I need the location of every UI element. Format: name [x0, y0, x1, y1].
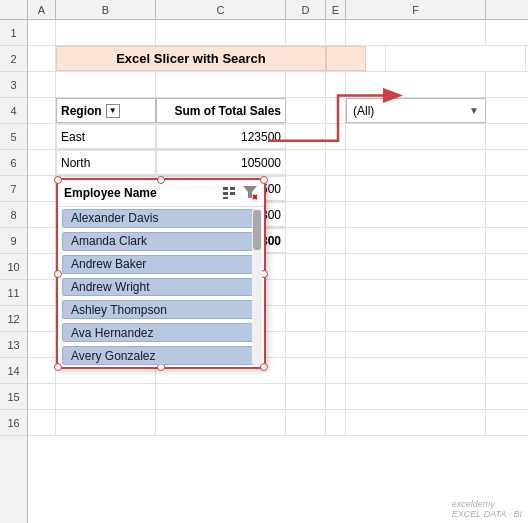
row-num-13: 13	[0, 332, 27, 358]
col-header-f: F	[346, 0, 486, 19]
cell-d3	[286, 72, 326, 97]
cell-a3	[28, 72, 56, 97]
row-num-16: 16	[0, 410, 27, 436]
cell-e3	[326, 72, 346, 97]
cell-d2	[326, 46, 366, 71]
slicer-item-6[interactable]: Avery Gonzalez	[62, 346, 260, 365]
cell-f3	[346, 72, 486, 97]
slicer-item-0[interactable]: Alexander Davis	[62, 209, 260, 228]
clear-filter-icon[interactable]	[242, 185, 258, 201]
row-15	[28, 384, 528, 410]
svg-rect-3	[230, 192, 235, 195]
dropdown-arrow-icon: ▼	[469, 105, 479, 116]
cell-d1	[286, 20, 326, 45]
slicer-scrollbar-thumb[interactable]	[253, 210, 261, 250]
svg-rect-1	[230, 187, 235, 190]
region-header: Region ▼	[56, 98, 156, 123]
cell-a1	[28, 20, 56, 45]
row-num-8: 8	[0, 202, 27, 228]
slicer-item-3[interactable]: Andrew Wright	[62, 278, 260, 297]
watermark: exceldemyEXCEL DATA · BI	[452, 499, 522, 519]
slicer-item-2[interactable]: Andrew Baker	[62, 255, 260, 274]
spreadsheet-title: Excel Slicer with Search	[116, 51, 266, 66]
resize-handle-tm[interactable]	[157, 176, 165, 184]
column-headers: A B C D E F	[0, 0, 528, 20]
row-num-5: 5	[0, 124, 27, 150]
cell-c1	[156, 20, 286, 45]
row-num-6: 6	[0, 150, 27, 176]
region-north: North	[56, 150, 156, 175]
region-east: East	[56, 124, 156, 149]
slicer-header: Employee Name	[58, 180, 264, 207]
slicer-item-1[interactable]: Amanda Clark	[62, 232, 260, 251]
sales-north: 105000	[156, 150, 286, 175]
cell-d4	[286, 98, 326, 123]
corner-cell	[0, 0, 28, 19]
slicer-item-4[interactable]: Ashley Thompson	[62, 300, 260, 319]
row-5: East 123500	[28, 124, 528, 150]
row-1	[28, 20, 528, 46]
slicer-scrollbar[interactable]	[252, 209, 262, 365]
slicer-header-icons	[222, 185, 258, 201]
row-num-14: 14	[0, 358, 27, 384]
cell-f1	[346, 20, 486, 45]
row-num-7: 7	[0, 176, 27, 202]
row-num-10: 10	[0, 254, 27, 280]
row-num-15: 15	[0, 384, 27, 410]
resize-handle-tl[interactable]	[54, 176, 62, 184]
row-num-1: 1	[0, 20, 27, 46]
svg-rect-2	[223, 192, 228, 195]
row-num-12: 12	[0, 306, 27, 332]
row-numbers: 1 2 3 4 5 6 7 8 9 10 11 12 13 14 15 16	[0, 20, 28, 523]
row-3	[28, 72, 528, 98]
all-dropdown[interactable]: (All) ▼	[346, 98, 486, 123]
col-header-e: E	[326, 0, 346, 19]
row-16	[28, 410, 528, 436]
cell-b3	[56, 72, 156, 97]
cell-a5	[28, 124, 56, 149]
sales-label: Sum of Total Sales	[175, 104, 281, 118]
cell-b1	[56, 20, 156, 45]
col-header-a: A	[28, 0, 56, 19]
cell-e2	[366, 46, 386, 71]
cell-c3	[156, 72, 286, 97]
multiselect-icon[interactable]	[222, 185, 238, 201]
region-label: Region	[61, 104, 102, 118]
slicer-item-5[interactable]: Ava Hernandez	[62, 323, 260, 342]
slicer-title: Employee Name	[64, 186, 157, 200]
col-header-c: C	[156, 0, 286, 19]
sales-header: Sum of Total Sales	[156, 98, 286, 123]
svg-rect-4	[223, 197, 228, 199]
col-header-b: B	[56, 0, 156, 19]
row-num-9: 9	[0, 228, 27, 254]
cell-a2	[28, 46, 56, 71]
row-num-2: 2	[0, 46, 27, 72]
slicer-list: Alexander Davis Amanda Clark Andrew Bake…	[58, 207, 264, 367]
cell-e4	[326, 98, 346, 123]
svg-rect-0	[223, 187, 228, 190]
slicer-panel: Employee Name	[56, 178, 266, 369]
row-num-3: 3	[0, 72, 27, 98]
col-header-d: D	[286, 0, 326, 19]
grid-content: Excel Slicer with Search	[28, 20, 528, 523]
dropdown-label: (All)	[353, 104, 374, 118]
cell-e1	[326, 20, 346, 45]
title-cell: Excel Slicer with Search	[56, 46, 326, 71]
cell-a4	[28, 98, 56, 123]
row-2: Excel Slicer with Search	[28, 46, 528, 72]
row-num-11: 11	[0, 280, 27, 306]
resize-handle-tr[interactable]	[260, 176, 268, 184]
row-num-4: 4	[0, 98, 27, 124]
cell-f2	[386, 46, 526, 71]
row-4: Region ▼ Sum of Total Sales (All) ▼	[28, 98, 528, 124]
sales-east: 123500	[156, 124, 286, 149]
region-filter-icon[interactable]: ▼	[106, 104, 120, 118]
row-6: North 105000	[28, 150, 528, 176]
